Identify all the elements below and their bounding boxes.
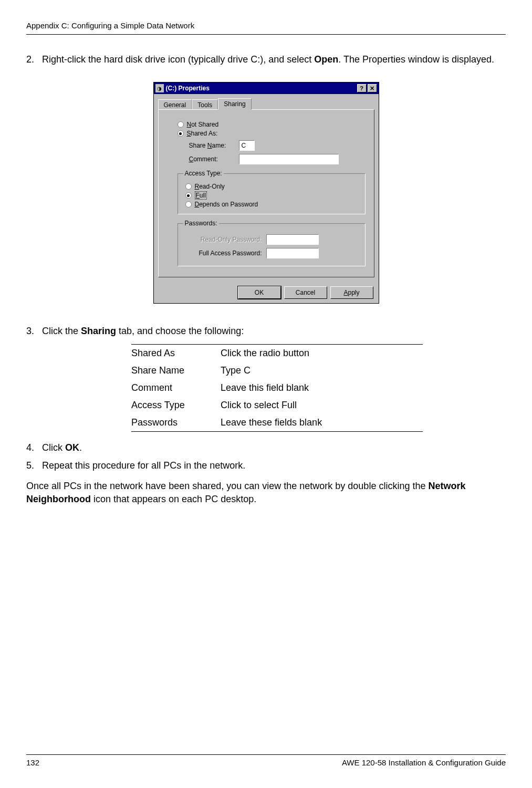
comment-label: Comment: [189,155,239,163]
dialog-title: (C:) Properties [166,85,356,92]
readonly-password-input[interactable] [266,234,319,245]
step-3-number: 3. [26,325,42,338]
header-divider [26,34,506,35]
label-depends-post: epends on Password [199,201,258,208]
step-2-number: 2. [26,53,42,66]
label-not-shared-post: ot Shared [191,121,218,128]
footer-right: AWE 120-58 Installation & Configuration … [342,758,506,767]
cell-v4: Click to select Full [221,397,423,414]
radio-readonly-row[interactable]: Read-Only [185,183,360,190]
table-row: Share NameType C [131,362,423,379]
passwords-group: Passwords: Read-Only Password: Full Acce… [178,220,366,266]
step-4-text: Click OK. [42,441,506,454]
full-password-label: Full Access Password: [183,250,262,257]
access-type-group: Access Type: Read-Only Full Depends on P… [178,170,366,214]
step-4: 4. Click OK. [26,441,506,454]
radio-depends[interactable] [185,201,192,208]
step-3: 3. Click the Sharing tab, and choose the… [26,325,506,338]
page-number: 132 [26,758,39,767]
step-5-number: 5. [26,459,42,472]
tab-sharing[interactable]: Sharing [218,98,251,110]
cancel-button[interactable]: Cancel [284,286,327,299]
comment-row: Comment: [189,154,366,164]
table-row: Access TypeClick to select Full [131,397,423,414]
radio-full[interactable] [185,192,192,199]
share-name-pre: Share [189,142,207,149]
step-4-pre: Click [42,442,65,453]
cell-k5: Passwords [131,414,221,432]
label-depends-u: D [195,201,200,208]
apply-post: pply [348,289,360,296]
sharing-panel: Not Shared Shared As: Share Name: Commen… [158,109,374,277]
help-button[interactable]: ? [357,84,367,92]
comment-u: C [189,155,194,163]
full-password-input[interactable] [266,248,319,258]
cell-v5: Leave these fields blank [221,414,423,432]
dialog-buttons: OK Cancel Apply [154,282,379,303]
radio-not-shared[interactable] [178,121,184,128]
step-5: 5. Repeat this procedure for all PCs in … [26,459,506,472]
step-2-pre: Right-click the hard disk drive icon (ty… [42,54,314,65]
cell-v3: Leave this field blank [221,379,423,397]
radio-depends-row[interactable]: Depends on Password [185,201,360,208]
access-type-legend: Access Type: [183,170,224,177]
radio-not-shared-row[interactable]: Not Shared [178,121,366,128]
label-shared-as-u: S [187,130,191,137]
passwords-legend: Passwords: [183,220,219,227]
step-5-text: Repeat this procedure for all PCs in the… [42,459,506,472]
apply-button[interactable]: Apply [330,286,373,299]
table-row: Shared AsClick the radio button [131,345,423,362]
step-2-text: Right-click the hard disk drive icon (ty… [42,53,506,66]
radio-full-row[interactable]: Full [185,192,360,199]
settings-table: Shared AsClick the radio button Share Na… [131,344,423,432]
share-name-label: Share Name: [189,142,239,149]
share-name-post: ame: [212,142,226,149]
comment-input[interactable] [239,154,339,164]
cell-k3: Comment [131,379,221,397]
step-3-bold: Sharing [81,326,116,336]
radio-readonly[interactable] [185,183,192,190]
dialog-titlebar[interactable]: ◑ (C:) Properties ? ✕ [154,82,379,94]
label-not-shared-u: N [187,121,192,128]
step-2-post: . The Properties window is displayed. [338,54,494,65]
label-readonly-post: ead-Only [199,183,225,190]
share-name-input[interactable] [239,140,255,151]
label-full-post: ull [200,192,206,199]
properties-dialog: ◑ (C:) Properties ? ✕ General Tools Shar… [153,82,379,304]
page-header: Appendix C: Configuring a Simple Data Ne… [26,21,506,30]
cell-k2: Share Name [131,362,221,379]
label-readonly-u: R [195,183,200,190]
readonly-password-row: Read-Only Password: [183,234,360,245]
tab-strip: General Tools Sharing [154,94,379,110]
drive-icon: ◑ [155,84,164,92]
step-4-bold: OK [65,442,79,453]
label-depends: Depends on Password [195,201,258,208]
label-shared-as: Shared As: [187,130,218,137]
label-readonly: Read-Only [195,183,225,190]
label-full: Full [195,192,207,199]
cell-k4: Access Type [131,397,221,414]
full-password-row: Full Access Password: [183,248,360,258]
step-3-post: tab, and choose the following: [116,326,244,336]
comment-post: omment: [193,155,218,163]
label-full-u: F [196,192,200,199]
para-pre: Once all PCs in the network have been sh… [26,481,428,491]
close-button[interactable]: ✕ [368,84,377,92]
apply-u: A [343,289,348,296]
radio-shared-as[interactable] [178,130,184,137]
table-row: PasswordsLeave these fields blank [131,414,423,432]
cell-v1: Click the radio button [221,345,423,362]
step-2: 2. Right-click the hard disk drive icon … [26,53,506,66]
step-2-bold: Open [314,54,338,65]
closing-paragraph: Once all PCs in the network have been sh… [26,480,506,506]
label-not-shared: Not Shared [187,121,219,128]
step-4-number: 4. [26,441,42,454]
step-3-text: Click the Sharing tab, and choose the fo… [42,325,506,338]
label-shared-as-post: hared As: [191,130,218,137]
cell-k1: Shared As [131,345,221,362]
radio-shared-as-row[interactable]: Shared As: [178,130,366,137]
share-name-u: N [207,142,212,149]
ok-button[interactable]: OK [238,286,281,299]
para-post: icon that appears on each PC desktop. [91,494,256,504]
readonly-password-label: Read-Only Password: [183,236,262,243]
